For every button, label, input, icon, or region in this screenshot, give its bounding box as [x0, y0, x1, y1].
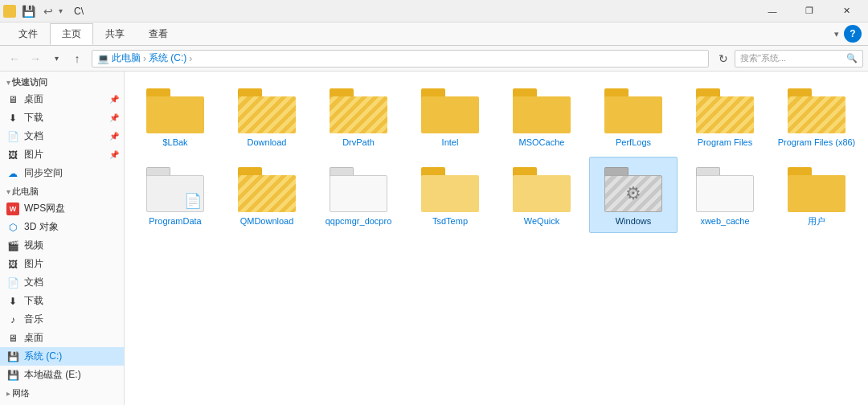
folder-icon-programdata: 📄 [146, 164, 204, 212]
forward-button[interactable]: → [26, 49, 45, 68]
title-bar-qs-save[interactable]: 💾 [19, 5, 38, 18]
file-item-perflogs[interactable]: PerfLogs [589, 78, 678, 153]
this-pc-section-label: 此电脑 [12, 186, 39, 198]
minimize-button[interactable]: — [754, 0, 791, 22]
sidebar-item-docs2[interactable]: 📄 文档 [0, 273, 124, 292]
file-item-msocache[interactable]: MSOCache [497, 78, 586, 153]
file-item-users[interactable]: 用户 [772, 157, 861, 232]
sidebar-item-documents[interactable]: 📄 文档 📌 [0, 127, 124, 145]
tab-share[interactable]: 共享 [93, 23, 137, 45]
search-icon[interactable]: 🔍 [846, 53, 858, 63]
sidebar-label-desktop: 桌面 [24, 92, 43, 106]
quick-access-label: 快速访问 [12, 76, 47, 88]
file-item-xwebcache[interactable]: xweb_cache [681, 157, 769, 232]
help-icon[interactable]: ? [844, 25, 862, 43]
title-bar-left: 💾 ↩ ▾ C\ [3, 5, 84, 18]
folder-icon-msocache [513, 85, 571, 133]
sidebar-item-pictures[interactable]: 🖼 图片 📌 [0, 145, 124, 164]
file-item-drvpath[interactable]: DrvPath [314, 78, 403, 153]
c-drive-icon: 💾 [6, 350, 19, 363]
sidebar-item-onedrive[interactable]: ☁ 同步空间 [0, 164, 124, 182]
folder-icon-wequick [513, 164, 571, 212]
back-button[interactable]: ← [5, 49, 24, 68]
ribbon-collapse[interactable]: ▾ [829, 29, 844, 39]
title-bar-controls: — ❐ ✕ [754, 0, 865, 22]
file-item-programfiles[interactable]: Program Files [681, 78, 769, 153]
up-button[interactable]: ↑ [68, 49, 87, 68]
folder-icon-qqpcmgr [330, 164, 387, 212]
pictures-icon: 🖼 [6, 149, 19, 162]
title-bar-dropdown[interactable]: ▾ [59, 6, 63, 15]
sidebar-item-video[interactable]: 🎬 视频 [0, 236, 124, 255]
sidebar-item-pictures2[interactable]: 🖼 图片 [0, 255, 124, 273]
sidebar-item-e-drive[interactable]: 💾 本地磁盘 (E:) [0, 366, 124, 384]
folder-icon-users [788, 164, 845, 212]
file-item-qmdownload[interactable]: QMDownload [223, 157, 311, 232]
file-name-users: 用户 [808, 215, 825, 227]
file-item-qqpcmgr[interactable]: qqpcmgr_docpro [314, 157, 403, 232]
title-bar: 💾 ↩ ▾ C\ — ❐ ✕ [0, 0, 868, 22]
file-name-programfilesx86: Program Files (x86) [778, 137, 856, 148]
downloads2-icon: ⬇ [6, 295, 19, 308]
main-content: ▾ 快速访问 🖥 桌面 📌 ⬇ 下载 📌 📄 文档 📌 🖼 图片 📌 ☁ 同步空… [0, 72, 868, 405]
tab-file[interactable]: 文件 [6, 23, 50, 45]
file-name-perflogs: PerfLogs [616, 137, 651, 148]
folder-icon-lbak [146, 85, 204, 133]
breadcrumb-this-pc[interactable]: 此电脑 [112, 51, 141, 65]
tab-view[interactable]: 查看 [137, 23, 180, 45]
sidebar-label-onedrive: 同步空间 [24, 166, 63, 180]
title-bar-qs-undo[interactable]: ↩ [41, 5, 55, 18]
desktop2-icon: 🖥 [6, 332, 19, 345]
file-name-intel: Intel [442, 137, 459, 148]
folder-icon-download [238, 85, 296, 133]
file-grid: $LBak Download DrvPath [131, 78, 862, 233]
file-name-lbak: $LBak [162, 137, 187, 148]
close-button[interactable]: ✕ [828, 0, 865, 22]
documents-icon: 📄 [6, 130, 19, 143]
file-item-tsdtemp[interactable]: TsdTemp [406, 157, 494, 232]
sidebar-item-downloads[interactable]: ⬇ 下载 📌 [0, 108, 124, 127]
sidebar-item-3d[interactable]: ⬡ 3D 对象 [0, 218, 124, 236]
search-bar[interactable]: 搜索"系统... 🔍 [735, 50, 863, 68]
file-item-lbak[interactable]: $LBak [131, 78, 219, 153]
ribbon: 文件 主页 共享 查看 ▾ ? [0, 22, 868, 46]
file-item-download[interactable]: Download [223, 78, 311, 153]
video-icon: 🎬 [6, 239, 19, 252]
breadcrumb[interactable]: 💻 此电脑 › 系统 (C:) › [92, 50, 709, 68]
pictures2-icon: 🖼 [6, 258, 19, 271]
docs2-icon: 📄 [6, 276, 19, 289]
3d-icon: ⬡ [6, 221, 19, 234]
file-item-windows[interactable]: ⚙ Windows [589, 157, 678, 232]
nav-dropdown-button[interactable]: ▾ [47, 49, 66, 68]
sidebar-label-downloads2: 下载 [24, 294, 43, 308]
folder-icon-xwebcache [696, 164, 754, 212]
sidebar-label-c-drive: 系统 (C:) [24, 350, 62, 363]
file-item-programfilesx86[interactable]: Program Files (x86) [772, 78, 861, 153]
sidebar-item-wps[interactable]: W WPS网盘 [0, 199, 124, 218]
file-name-qqpcmgr: qqpcmgr_docpro [326, 215, 392, 227]
file-name-xwebcache: xweb_cache [700, 215, 749, 227]
restore-button[interactable]: ❐ [791, 0, 828, 22]
folder-icon-qmdownload [238, 164, 296, 212]
pin-icon-pics: 📌 [109, 150, 119, 159]
tab-home[interactable]: 主页 [50, 23, 93, 45]
sidebar-item-desktop2[interactable]: 🖥 桌面 [0, 329, 124, 347]
file-item-intel[interactable]: Intel [406, 78, 494, 153]
title-bar-path-text: C\ [74, 6, 84, 17]
breadcrumb-c-drive[interactable]: 系统 (C:) [149, 51, 186, 65]
sidebar-item-downloads2[interactable]: ⬇ 下载 [0, 292, 124, 310]
sidebar-item-c-drive[interactable]: 💾 系统 (C:) [0, 347, 124, 366]
e-drive-icon: 💾 [6, 369, 19, 382]
sidebar-label-desktop2: 桌面 [24, 331, 43, 345]
sidebar-item-music[interactable]: ♪ 音乐 [0, 310, 124, 329]
file-name-tsdtemp: TsdTemp [432, 215, 468, 227]
file-item-wequick[interactable]: WeQuick [497, 157, 586, 232]
file-name-msocache: MSOCache [519, 137, 565, 148]
refresh-button[interactable]: ↻ [714, 49, 733, 68]
pin-icon-docs: 📌 [109, 132, 119, 141]
folder-icon-programfiles [696, 85, 754, 133]
file-name-qmdownload: QMDownload [240, 215, 294, 227]
sidebar-item-desktop[interactable]: 🖥 桌面 📌 [0, 90, 124, 108]
sidebar-label-pictures2: 图片 [24, 257, 43, 271]
file-item-programdata[interactable]: 📄 ProgramData [131, 157, 219, 232]
